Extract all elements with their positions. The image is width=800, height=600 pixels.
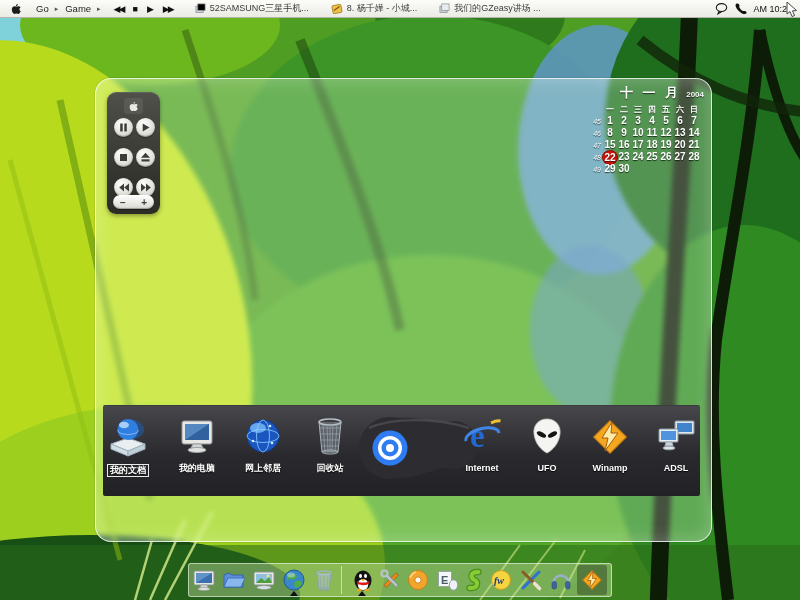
forward-icon[interactable]: ▶▶ [163,4,173,14]
task-samsung[interactable]: 52SAMSUNG三星手机... [195,2,309,15]
media-remote-widget: − + [107,92,160,214]
calendar-day[interactable]: 26 [659,151,673,163]
calendar-week-row: 45 1234567 [588,115,706,127]
phone-icon[interactable] [734,2,747,15]
play-icon[interactable] [136,118,155,137]
dock-item-ufo[interactable]: UFO [517,417,577,475]
calendar-day[interactable]: 20 [673,139,687,151]
calendar-day[interactable]: 6 [673,115,687,127]
window-icon [439,3,450,14]
task-gzeasy[interactable]: 我们的GZeasy讲场 ... [439,2,541,15]
taskbar-divider [341,566,342,594]
calendar-day[interactable]: 4 [645,115,659,127]
qq-penguin-icon[interactable] [350,567,376,593]
cd-icon[interactable] [405,567,431,593]
calendar-day[interactable]: 16 [617,139,631,151]
calendar-day[interactable]: 27 [673,151,687,163]
calendar-day[interactable]: 21 [687,139,701,151]
calendar-day[interactable]: 8 [603,127,617,139]
calendar-today[interactable]: 22 [603,151,617,164]
calendar-week-row: 47 15161718192021 [588,139,706,151]
stop-icon[interactable]: ■ [132,4,137,14]
globe-icon[interactable] [281,567,307,593]
calendar-year: 2004 [686,90,704,99]
task-song[interactable]: 8. 杨千嬅 - 小城... [331,2,418,15]
calendar-day[interactable]: 19 [659,139,673,151]
calendar-day[interactable]: 9 [617,127,631,139]
apple-icon[interactable] [10,2,22,15]
calendar-week-row: 46 891011121314 [588,127,706,139]
my-computer-icon[interactable] [191,567,217,593]
notepad-icon [331,3,343,15]
pause-icon[interactable] [114,118,133,137]
calendar-week-row: 49 2930 [588,163,706,175]
menu-go[interactable]: Go [36,3,49,14]
dock-item-label: 回收站 [317,463,344,474]
calendar-day[interactable]: 7 [687,115,701,127]
chat-bubble-icon[interactable] [715,2,728,15]
calendar-day[interactable]: 15 [603,139,617,151]
calendar-day[interactable] [645,163,659,175]
calendar-widget: 十 一 月 2004 一二三四五六日 45 1234567 46 8910111… [588,84,706,175]
running-indicator-icon [290,591,298,596]
bottom-taskbar: E fw [188,563,612,597]
calendar-day[interactable]: 14 [687,127,701,139]
headphones-icon[interactable] [548,567,574,593]
calendar-day[interactable]: 5 [659,115,673,127]
network-monitor-icon[interactable] [251,567,277,593]
paintbrush-icon[interactable] [518,567,544,593]
dock-panel: 我的文档 我的电脑 [103,405,700,496]
winamp-icon[interactable] [579,567,605,593]
rewind-icon[interactable]: ◀◀ [114,4,124,14]
adsl-icon [646,417,706,457]
dock-item-label: Internet [465,463,498,474]
calendar-day[interactable]: 29 [603,163,617,175]
apple-icon [124,98,143,114]
calendar-day[interactable] [659,163,673,175]
calendar-day[interactable]: 18 [645,139,659,151]
volume-minus-button[interactable]: − [120,197,126,208]
calendar-day[interactable]: 25 [645,151,659,163]
calendar-day[interactable]: 11 [645,127,659,139]
calendar-day[interactable]: 30 [617,163,631,175]
menu-game[interactable]: Game [65,3,91,14]
dock-item-network-places[interactable]: 网上邻居 [233,417,293,475]
calendar-day[interactable]: 1 [603,115,617,127]
trash-icon[interactable] [311,567,337,593]
calendar-day[interactable]: 10 [631,127,645,139]
volume-control[interactable]: − + [113,195,154,209]
calendar-day[interactable]: 12 [659,127,673,139]
open-folder-icon[interactable] [221,567,247,593]
calendar-day[interactable]: 17 [631,139,645,151]
dock-item-internet[interactable]: e Internet [452,417,512,475]
calendar-day[interactable]: 3 [631,115,645,127]
calendar-day[interactable]: 24 [631,151,645,163]
dock-item-my-documents[interactable]: 我的文档 [98,417,158,477]
dock-item-recycle-bin[interactable]: 回收站 [300,415,360,475]
calendar-day[interactable]: 13 [673,127,687,139]
calendar-day[interactable]: 2 [617,115,631,127]
task-label: 52SAMSUNG三星手机... [210,2,309,15]
svg-text:e: e [470,418,485,454]
winamp-icon [580,417,640,457]
task-label: 我们的GZeasy讲场 ... [454,2,541,15]
dock-item-adsl[interactable]: ADSL [646,417,706,475]
tools-icon[interactable] [378,567,404,593]
dock-item-winamp[interactable]: Winamp [580,417,640,475]
stop-icon[interactable] [114,148,133,167]
calendar-day[interactable] [673,163,687,175]
fireworks-icon[interactable]: fw [488,567,514,593]
calendar-day[interactable] [687,163,701,175]
calendar-day[interactable] [631,163,645,175]
editor-mouse-icon[interactable]: E [435,567,461,593]
calendar-day[interactable]: 28 [687,151,701,163]
calendar-weekday-header: 一二三四五六日 [603,104,706,115]
mouse-pointer-icon [786,2,798,18]
green-creature-icon[interactable] [461,567,487,593]
volume-plus-button[interactable]: + [141,197,147,208]
eject-icon[interactable] [136,148,155,167]
svg-text:fw: fw [494,575,504,586]
dock-item-my-computer[interactable]: 我的电脑 [167,417,227,475]
calendar-day[interactable]: 23 [617,151,631,163]
play-icon[interactable]: ▶ [147,4,154,14]
